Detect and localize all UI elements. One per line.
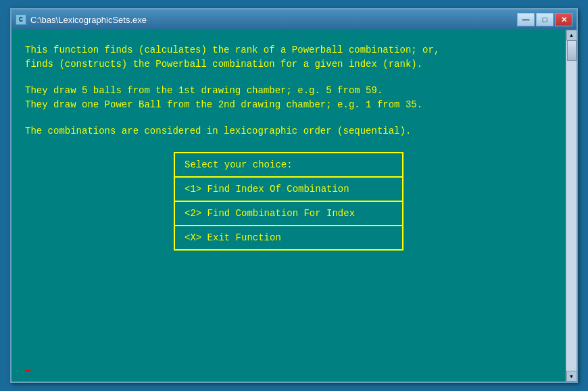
menu-item-1[interactable]: <1> Find Index Of Combination	[175, 178, 402, 202]
menu-item-x[interactable]: <X> Exit Function	[175, 226, 402, 249]
minimize-button[interactable]: —	[517, 13, 535, 26]
menu-header-text: Select your choice:	[185, 159, 293, 170]
paragraph2: They draw 5 balls from the 1st drawing c…	[25, 84, 552, 112]
menu-box: Select your choice: <1> Find Index Of Co…	[174, 152, 403, 251]
menu-item-x-label: <X> Exit Function	[185, 232, 281, 243]
scrollbar-track[interactable]	[566, 41, 577, 371]
window-title: C:\bas\LexicographicSets.exe	[30, 15, 513, 25]
scrollbar[interactable]: ▲ ▼	[566, 30, 577, 382]
menu-item-1-label: <1> Find Index Of Combination	[185, 184, 349, 194]
close-button[interactable]: ✕	[555, 13, 572, 26]
maximize-button[interactable]: □	[536, 13, 554, 26]
menu-item-2[interactable]: <2> Find Combination For Index	[175, 202, 402, 226]
title-buttons: — □ ✕	[517, 13, 572, 26]
cursor	[25, 370, 30, 371]
paragraph3: The combinations are considered in lexic…	[25, 124, 552, 138]
paragraph1: This function finds (calculates) the ran…	[25, 43, 552, 72]
menu-item-2-label: <2> Find Combination For Index	[185, 208, 355, 219]
menu-header: Select your choice:	[175, 153, 402, 178]
window-body: This function finds (calculates) the ran…	[11, 30, 577, 382]
scrollbar-thumb[interactable]	[567, 41, 577, 61]
title-bar: C C:\bas\LexicographicSets.exe — □ ✕	[11, 9, 577, 30]
scrollbar-down-arrow[interactable]: ▼	[566, 371, 577, 382]
application-window: C C:\bas\LexicographicSets.exe — □ ✕ Thi…	[10, 8, 578, 383]
scrollbar-up-arrow[interactable]: ▲	[566, 30, 577, 41]
console-area: This function finds (calculates) the ran…	[11, 30, 566, 382]
window-icon: C	[16, 14, 26, 25]
